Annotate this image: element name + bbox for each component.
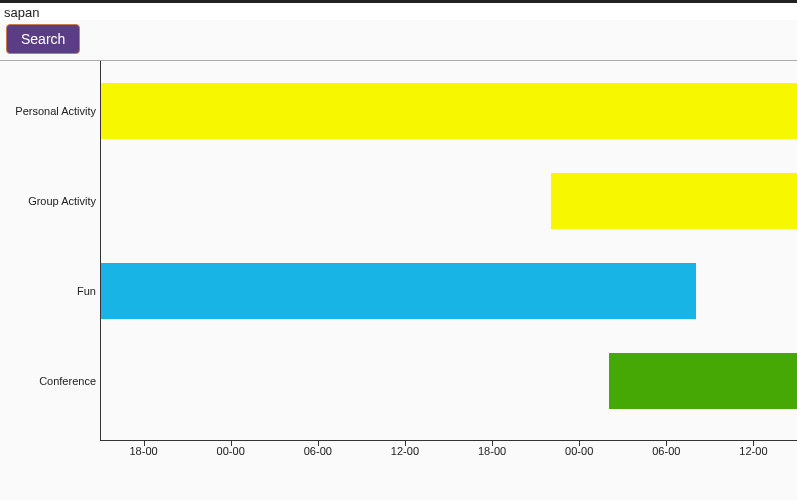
x-tick [492, 441, 493, 446]
x-tick-label: 00-00 [217, 445, 245, 457]
button-row: Search [0, 20, 797, 60]
search-button[interactable]: Search [6, 24, 80, 54]
bar-conference [609, 353, 797, 409]
x-tick-label: 18-00 [478, 445, 506, 457]
x-tick [753, 441, 754, 446]
gantt-row [101, 341, 797, 421]
x-tick [231, 441, 232, 446]
x-tick-label: 12-00 [739, 445, 767, 457]
x-tick-label: 06-00 [652, 445, 680, 457]
x-tick-label: 06-00 [304, 445, 332, 457]
x-tick-label: 00-00 [565, 445, 593, 457]
bar-group-activity [551, 173, 797, 229]
y-label-personal-activity: Personal Activity [0, 105, 96, 117]
search-value[interactable]: sapan [0, 3, 797, 20]
y-label-fun: Fun [0, 285, 96, 297]
x-tick [666, 441, 667, 446]
x-tick [579, 441, 580, 446]
top-bar: sapan Search [0, 0, 797, 61]
x-tick [318, 441, 319, 446]
gantt-row [101, 161, 797, 241]
y-axis-labels: Personal Activity Group Activity Fun Con… [0, 61, 96, 441]
x-tick-label: 18-00 [129, 445, 157, 457]
x-axis-labels: 18-00 00-00 06-00 12-00 18-00 00-00 06-0… [100, 445, 797, 465]
bar-fun [101, 263, 696, 319]
x-tick [144, 441, 145, 446]
bar-personal-activity [101, 83, 797, 139]
gantt-row [101, 71, 797, 151]
x-tick-label: 12-00 [391, 445, 419, 457]
plot-area [100, 61, 797, 441]
x-tick [405, 441, 406, 446]
y-label-conference: Conference [0, 375, 96, 387]
gantt-chart: Personal Activity Group Activity Fun Con… [0, 61, 797, 500]
y-label-group-activity: Group Activity [0, 195, 96, 207]
gantt-row [101, 251, 797, 331]
